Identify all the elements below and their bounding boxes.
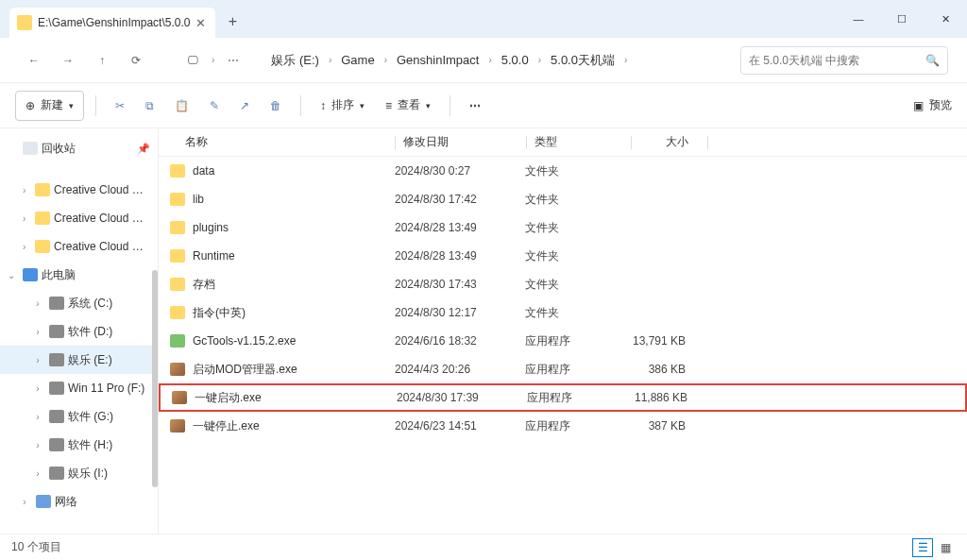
breadcrumb-item[interactable]: GenshinImpact xyxy=(389,49,486,71)
file-row[interactable]: 存档2024/8/30 17:43文件夹 xyxy=(159,270,967,298)
sidebar-item-recycle[interactable]: 回收站 📌 xyxy=(0,134,158,162)
monitor-icon[interactable]: 🖵 xyxy=(178,45,208,76)
sidebar-item[interactable]: ›网络 xyxy=(0,487,158,516)
close-tab-button[interactable]: ✕ xyxy=(195,16,206,30)
chevron-icon[interactable]: ⌄ xyxy=(4,270,19,280)
chevron-icon[interactable]: › xyxy=(30,440,45,450)
tab-active[interactable]: E:\Game\GenshinImpact\5.0.0 ✕ xyxy=(9,8,215,38)
file-date: 2024/4/3 20:26 xyxy=(395,363,525,376)
sidebar-item-label: 网络 xyxy=(55,494,77,510)
sidebar-item[interactable]: ›软件 (G:) xyxy=(0,402,158,431)
chevron-right-icon[interactable]: › xyxy=(488,55,491,65)
main-area: 回收站 📌 ›Creative Cloud Files›Creative Clo… xyxy=(0,128,967,534)
sidebar-item[interactable]: ›Creative Cloud Files xyxy=(0,204,158,232)
maximize-button[interactable]: ☐ xyxy=(880,0,924,38)
chevron-icon[interactable]: › xyxy=(17,185,31,195)
chevron-icon[interactable]: › xyxy=(17,497,32,507)
breadcrumb-item[interactable]: 娱乐 (E:) xyxy=(263,48,327,73)
breadcrumb-item[interactable]: 5.0.0天机端 xyxy=(543,48,622,73)
sidebar-item-label: 软件 (D:) xyxy=(68,324,112,340)
exe-icon xyxy=(170,419,185,433)
window-controls: — ☐ ✕ xyxy=(837,0,967,38)
breadcrumb-item[interactable]: 5.0.0 xyxy=(494,49,536,71)
chevron-icon[interactable]: › xyxy=(17,213,31,224)
sidebar-item[interactable]: ›Win 11 Pro (F:) xyxy=(0,374,158,402)
file-date: 2024/8/28 13:49 xyxy=(395,221,525,234)
sidebar-item[interactable]: ›软件 (H:) xyxy=(0,431,158,459)
up-button[interactable]: ↑ xyxy=(87,45,117,76)
chevron-down-icon: ▾ xyxy=(426,101,431,110)
preview-button[interactable]: ▣ 预览 xyxy=(913,97,952,113)
chevron-icon[interactable]: › xyxy=(30,412,45,422)
column-date[interactable]: 修改日期 xyxy=(396,134,526,150)
file-date: 2024/8/30 12:17 xyxy=(395,306,525,319)
new-button[interactable]: ⊕ 新建 ▾ xyxy=(15,91,84,121)
breadcrumb-item[interactable]: Game xyxy=(333,49,382,71)
file-row[interactable]: Runtime2024/8/28 13:49文件夹 xyxy=(159,242,967,270)
file-row[interactable]: lib2024/8/30 17:42文件夹 xyxy=(159,185,967,213)
sort-button[interactable]: ↕ 排序 ▾ xyxy=(313,97,372,113)
sort-icon: ↕ xyxy=(320,99,326,112)
sidebar-item[interactable]: ⌄此电脑 xyxy=(0,261,158,289)
sidebar-item-label: Win 11 Pro (F:) xyxy=(68,382,144,395)
paste-button[interactable]: 📋 xyxy=(167,91,196,121)
folder-icon xyxy=(170,278,185,291)
refresh-button[interactable]: ⟳ xyxy=(121,45,151,76)
plus-icon: ⊕ xyxy=(25,99,35,112)
file-row[interactable]: GcTools-v1.15.2.exe2024/6/16 18:32应用程序13… xyxy=(159,327,967,355)
column-size[interactable]: 大小 xyxy=(632,134,707,150)
details-view-button[interactable]: ☰ xyxy=(912,538,933,557)
delete-button[interactable]: 🗑 xyxy=(263,91,289,121)
sidebar-item[interactable]: ›系统 (C:) xyxy=(0,289,158,317)
chevron-right-icon[interactable]: › xyxy=(538,55,541,65)
new-tab-button[interactable]: + xyxy=(219,8,246,35)
folder-icon xyxy=(35,212,50,225)
file-row[interactable]: 一键停止.exe2024/6/23 14:51应用程序387 KB xyxy=(159,412,967,440)
view-button[interactable]: ≡ 查看 ▾ xyxy=(378,97,438,113)
sidebar-item[interactable]: ›Creative Cloud Files xyxy=(0,232,158,261)
search-icon[interactable]: 🔍 xyxy=(925,54,940,67)
status-bar: 10 个项目 ☰ ▦ xyxy=(0,534,967,560)
back-button[interactable]: ← xyxy=(19,45,49,76)
chevron-icon[interactable]: › xyxy=(30,327,45,337)
chevron-icon[interactable]: › xyxy=(30,383,45,394)
chevron-right-icon[interactable]: › xyxy=(384,55,387,65)
cut-button[interactable]: ✂ xyxy=(108,91,132,121)
pin-icon[interactable]: 📌 xyxy=(137,143,150,155)
chevron-icon[interactable]: › xyxy=(17,242,31,252)
column-type[interactable]: 类型 xyxy=(527,134,631,150)
share-button[interactable]: ↗ xyxy=(232,91,257,121)
file-date: 2024/8/28 13:49 xyxy=(395,249,525,263)
search-input[interactable] xyxy=(749,54,920,67)
file-type: 应用程序 xyxy=(527,390,631,406)
file-row[interactable]: plugins2024/8/28 13:49文件夹 xyxy=(159,213,967,242)
sidebar-item-label: Creative Cloud Files xyxy=(54,212,150,225)
minimize-button[interactable]: — xyxy=(837,0,880,38)
sidebar-item[interactable]: ›软件 (D:) xyxy=(0,317,158,346)
sidebar-item[interactable]: ›Creative Cloud Files xyxy=(0,176,158,204)
chevron-icon[interactable]: › xyxy=(30,355,45,365)
file-list: 名称 修改日期 类型 大小 data2024/8/30 0:27文件夹lib20… xyxy=(159,128,967,534)
chevron-right-icon[interactable]: › xyxy=(329,55,331,65)
rename-button[interactable]: ✎ xyxy=(202,91,227,121)
search-box[interactable]: 🔍 xyxy=(740,46,948,75)
file-row[interactable]: 启动MOD管理器.exe2024/4/3 20:26应用程序386 KB xyxy=(159,355,967,383)
file-row[interactable]: 指令(中英)2024/8/30 12:17文件夹 xyxy=(159,298,967,327)
file-type: 文件夹 xyxy=(525,220,629,236)
scrollbar-thumb[interactable] xyxy=(152,270,158,487)
column-name[interactable]: 名称 xyxy=(159,134,395,150)
sidebar-item[interactable]: ›娱乐 (I:) xyxy=(0,459,158,487)
chevron-icon[interactable]: › xyxy=(30,468,45,479)
file-row[interactable]: data2024/8/30 0:27文件夹 xyxy=(159,157,967,185)
file-name: 一键停止.exe xyxy=(193,418,395,434)
more-breadcrumb[interactable]: ⋯ xyxy=(218,45,248,76)
more-button[interactable]: ⋯ xyxy=(462,91,488,121)
exe-icon xyxy=(172,391,187,404)
file-row[interactable]: 一键启动.exe2024/8/30 17:39应用程序11,886 KB xyxy=(159,383,967,412)
copy-button[interactable]: ⧉ xyxy=(138,91,161,121)
forward-button[interactable]: → xyxy=(53,45,83,76)
chevron-icon[interactable]: › xyxy=(30,298,45,309)
icons-view-button[interactable]: ▦ xyxy=(935,538,956,557)
close-button[interactable]: ✕ xyxy=(924,0,967,38)
sidebar-item[interactable]: ›娱乐 (E:) xyxy=(0,346,158,374)
